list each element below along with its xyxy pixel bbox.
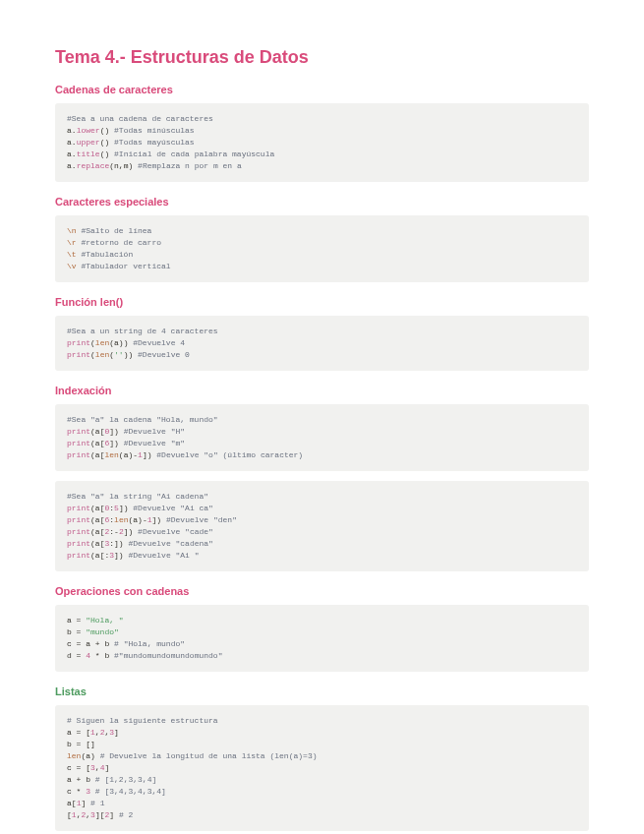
heading-len: Función len() [55, 296, 589, 308]
code-ops: a = "Hola, " b = "mundo" c = a + b # "Ho… [55, 605, 589, 672]
page-title: Tema 4.- Estructuras de Datos [55, 47, 589, 68]
heading-index: Indexación [55, 385, 589, 396]
heading-especiales: Caracteres especiales [55, 196, 589, 208]
heading-cadenas: Cadenas de caracteres [55, 84, 589, 95]
code-especiales: \n #Salto de línea \r #retorno de carro … [55, 215, 589, 282]
code-listas: # Siguen la siguiente estructura a = [1,… [55, 705, 589, 831]
heading-ops: Operaciones con cadenas [55, 585, 589, 597]
code-index2: #Sea "a" la string "Ai cadena" print(a[0… [55, 481, 589, 571]
heading-listas: Listas [55, 685, 589, 697]
code-index1: #Sea "a" la cadena "Hola, mundo" print(a… [55, 404, 589, 471]
code-cadenas: #Sea a una cadena de caracteres a.lower(… [55, 103, 589, 182]
code-len: #Sea a un string de 4 caracteres print(l… [55, 316, 589, 371]
